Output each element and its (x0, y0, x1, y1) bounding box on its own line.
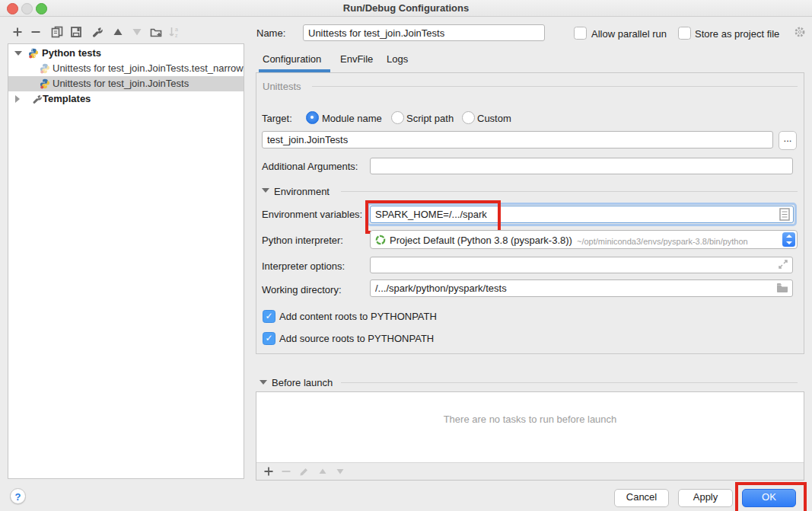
environment-variables-input[interactable] (370, 206, 794, 223)
before-launch-toolbar (256, 462, 804, 480)
before-launch-header: Before launch (272, 377, 333, 388)
interpreter-path: ~/opt/miniconda3/envs/pyspark-3.8/bin/py… (577, 237, 748, 246)
move-down-icon[interactable] (131, 26, 143, 38)
name-input[interactable] (303, 24, 545, 41)
apply-button[interactable]: Apply (678, 489, 733, 507)
python-tests-icon (28, 48, 39, 59)
interpreter-options-input[interactable] (370, 257, 793, 273)
move-up-icon[interactable] (112, 26, 124, 38)
tree-item-label: Templates (43, 91, 91, 107)
additional-arguments-input[interactable] (370, 158, 793, 174)
tree-item-python-tests[interactable]: Python tests (8, 46, 244, 61)
environment-header: Environment (274, 186, 330, 197)
radio-custom[interactable] (462, 111, 475, 124)
add-icon[interactable] (11, 26, 24, 38)
remove-icon[interactable] (280, 465, 292, 477)
group-divider (341, 382, 798, 383)
templates-wrench-icon (31, 94, 42, 104)
name-label: Name: (256, 27, 285, 39)
environment-collapse-icon[interactable] (262, 188, 269, 193)
copy-icon[interactable] (51, 26, 63, 38)
tab-configuration[interactable]: Configuration (263, 50, 321, 69)
edit-pencil-icon[interactable] (298, 465, 310, 477)
new-folder-icon[interactable] (150, 26, 162, 38)
tree-item-label: Unittests for test_join.JoinTests.test_n… (53, 61, 244, 76)
svg-text:z: z (175, 33, 178, 38)
add-source-roots-label: Add source roots to PYTHONPATH (279, 333, 434, 344)
tree-item-label: Python tests (42, 46, 101, 61)
tree-item-unittests-jointests-selected[interactable]: Unittests for test_join.JoinTests (8, 76, 244, 91)
add-source-roots-checkbox[interactable]: ✓ (263, 332, 275, 345)
window-title: Run/Debug Configurations (0, 2, 812, 14)
add-content-roots-checkbox[interactable]: ✓ (263, 310, 275, 323)
python-interpreter-label: Python interpreter: (262, 235, 343, 246)
store-as-project-file-checkbox[interactable] (678, 27, 691, 40)
before-launch-collapse-icon[interactable] (260, 380, 267, 385)
conda-environment-icon (375, 235, 386, 245)
radio-module-name-label: Module name (322, 113, 382, 124)
store-as-project-file-label: Store as project file (695, 28, 779, 40)
move-up-icon[interactable] (317, 465, 329, 477)
tree-item-templates[interactable]: Templates (8, 91, 244, 107)
working-directory-label: Working directory: (262, 284, 342, 295)
title-bar: Run/Debug Configurations (0, 0, 812, 17)
run-debug-configurations-dialog: Run/Debug Configurations az Python tests… (0, 0, 812, 511)
python-run-config-icon (40, 78, 50, 89)
cancel-button[interactable]: Cancel (614, 489, 669, 507)
additional-arguments-label: Additional Arguments: (262, 161, 358, 172)
radio-module-name[interactable] (306, 111, 319, 124)
before-launch-empty-text: There are no tasks to run before launch (256, 414, 804, 425)
ok-button[interactable]: OK (742, 489, 796, 507)
working-directory-input[interactable] (370, 279, 793, 297)
python-run-config-icon (40, 63, 50, 74)
allow-parallel-run-checkbox[interactable] (574, 27, 587, 40)
unittests-group-label: Unittests (263, 81, 301, 92)
group-divider (312, 86, 798, 87)
tree-item-unittests-narrow[interactable]: Unittests for test_join.JoinTests.test_n… (8, 61, 244, 76)
add-content-roots-label: Add content roots to PYTHONPATH (279, 311, 437, 322)
sort-alphabetically-icon[interactable]: az (168, 26, 180, 38)
collapsed-chevron-icon[interactable] (15, 95, 20, 103)
folder-icon[interactable] (776, 283, 788, 293)
radio-script-path-label: Script path (406, 113, 454, 124)
tree-item-label: Unittests for test_join.JoinTests (53, 76, 189, 91)
svg-text:a: a (175, 27, 178, 32)
save-icon[interactable] (70, 26, 82, 38)
interpreter-options-label: Interpreter options: (262, 260, 345, 272)
browse-button[interactable]: ... (779, 131, 797, 150)
tab-envfile[interactable]: EnvFile (340, 50, 373, 69)
edit-templates-wrench-icon[interactable] (91, 26, 103, 38)
python-interpreter-select[interactable]: Project Default (Python 3.8 (pyspark-3.8… (370, 230, 798, 249)
move-down-icon[interactable] (334, 465, 346, 477)
add-icon[interactable] (263, 465, 275, 477)
help-button[interactable]: ? (10, 488, 26, 504)
browse-variables-icon[interactable] (779, 208, 790, 221)
tab-logs[interactable]: Logs (387, 50, 408, 69)
gear-icon[interactable] (794, 26, 806, 38)
remove-icon[interactable] (30, 26, 42, 38)
interpreter-name: Project Default (Python 3.8 (pyspark-3.8… (390, 235, 572, 246)
allow-parallel-run-label: Allow parallel run (591, 28, 667, 40)
configurations-tree: Python tests Unittests for test_join.Joi… (8, 43, 244, 479)
target-label: Target: (262, 113, 292, 124)
expand-field-icon[interactable] (778, 259, 788, 270)
environment-variables-label: Environment variables: (262, 209, 362, 220)
radio-custom-label: Custom (477, 113, 511, 124)
group-divider (341, 191, 798, 192)
before-launch-panel: There are no tasks to run before launch (256, 391, 804, 481)
radio-script-path[interactable] (391, 111, 404, 124)
combo-stepper-icon[interactable] (782, 232, 795, 247)
expanded-chevron-icon[interactable] (14, 51, 22, 56)
target-input[interactable] (262, 131, 773, 149)
